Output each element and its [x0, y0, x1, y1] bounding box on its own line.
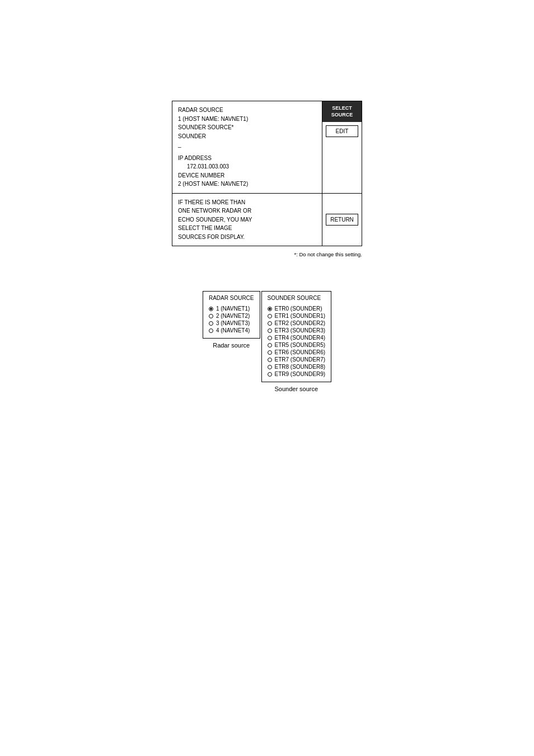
radio-label: ETR1 (SOUNDER1)	[275, 313, 326, 319]
device-number-label: DEVICE NUMBER	[178, 171, 316, 180]
radar-caption: Radar source	[213, 342, 250, 349]
radio-circle-icon	[268, 372, 272, 377]
sounder-radio-item[interactable]: ETR6 (SOUNDER6)	[268, 349, 326, 355]
main-dialog: RADAR SOURCE 1 (HOST NAME: NAVNET1) SOUN…	[172, 101, 362, 246]
sounder-radio-item[interactable]: ETR8 (SOUNDER8)	[268, 364, 326, 370]
sounder-radio-item[interactable]: ETR4 (SOUNDER4)	[268, 335, 326, 341]
sounder-items-container: ETR0 (SOUNDER)ETR1 (SOUNDER1)ETR2 (SOUND…	[268, 306, 326, 377]
radio-circle-icon	[268, 358, 272, 362]
return-button[interactable]: RETURN	[326, 214, 358, 226]
top-right-panel: SELECT SOURCE EDIT	[322, 101, 362, 193]
footnote-area: *: Do not change this setting.	[172, 251, 362, 257]
radio-circle-icon	[209, 314, 213, 318]
sounder-radio-item[interactable]: ETR3 (SOUNDER3)	[268, 327, 326, 334]
sounder-radio-item[interactable]: ETR1 (SOUNDER1)	[268, 313, 326, 319]
radio-label: ETR3 (SOUNDER3)	[275, 327, 326, 334]
radar-radio-item[interactable]: 4 (NAVNET4)	[209, 327, 254, 334]
sounder-value: SOUNDER	[178, 132, 316, 141]
radio-label: 1 (NAVNET1)	[216, 306, 250, 312]
radar-section: RADAR SOURCE 1 (NAVNET1)2 (NAVNET2)3 (NA…	[203, 291, 260, 392]
sounder-radio-item[interactable]: ETR7 (SOUNDER7)	[268, 356, 326, 363]
radio-circle-icon	[209, 328, 213, 333]
radar-source-box: RADAR SOURCE 1 (NAVNET1)2 (NAVNET2)3 (NA…	[203, 291, 260, 339]
sounder-radio-item[interactable]: ETR9 (SOUNDER9)	[268, 371, 326, 377]
sounder-source-box: SOUNDER SOURCE ETR0 (SOUNDER)ETR1 (SOUND…	[261, 291, 332, 382]
sounder-source-label: SOUNDER SOURCE*	[178, 123, 316, 132]
radio-circle-icon	[268, 314, 272, 318]
sounder-source-title: SOUNDER SOURCE	[268, 295, 326, 301]
info-line1: IF THERE IS MORE THAN	[178, 198, 316, 207]
info-line5: SOURCES FOR DISPLAY.	[178, 233, 316, 242]
bottom-row: IF THERE IS MORE THAN ONE NETWORK RADAR …	[172, 194, 362, 246]
ip-address-label: IP ADDRESS	[178, 154, 316, 163]
bottom-left-panel: IF THERE IS MORE THAN ONE NETWORK RADAR …	[172, 194, 322, 246]
ip-address-value: 172.031.003.003	[178, 162, 316, 171]
radio-label: 2 (NAVNET2)	[216, 313, 250, 319]
radar-radio-item[interactable]: 2 (NAVNET2)	[209, 313, 254, 319]
radio-label: ETR9 (SOUNDER9)	[275, 371, 326, 377]
radio-label: 3 (NAVNET3)	[216, 320, 250, 326]
radio-circle-icon	[268, 343, 272, 348]
radio-circle-icon	[209, 321, 213, 326]
sounder-radio-item[interactable]: ETR2 (SOUNDER2)	[268, 320, 326, 326]
radio-circle-icon	[268, 350, 272, 355]
radar-radio-item[interactable]: 3 (NAVNET3)	[209, 320, 254, 326]
page-wrapper: RADAR SOURCE 1 (HOST NAME: NAVNET1) SOUN…	[0, 0, 534, 756]
top-row: RADAR SOURCE 1 (HOST NAME: NAVNET1) SOUN…	[172, 101, 362, 194]
radar-items-container: 1 (NAVNET1)2 (NAVNET2)3 (NAVNET3)4 (NAVN…	[209, 306, 254, 334]
radio-circle-icon	[268, 336, 272, 340]
sounder-radio-item[interactable]: ETR5 (SOUNDER5)	[268, 342, 326, 348]
radio-circle-icon	[268, 307, 272, 311]
select-source-button[interactable]: SELECT SOURCE	[322, 101, 362, 122]
radio-label: ETR6 (SOUNDER6)	[275, 349, 326, 355]
radar-source-label: RADAR SOURCE	[178, 106, 316, 115]
bottom-right-panel: RETURN	[322, 194, 362, 246]
cursor-line: _	[178, 140, 316, 149]
radio-label: ETR0 (SOUNDER)	[275, 306, 322, 312]
sounder-section: SOUNDER SOURCE ETR0 (SOUNDER)ETR1 (SOUND…	[261, 291, 332, 392]
radar-source-title: RADAR SOURCE	[209, 295, 254, 301]
info-line4: SELECT THE IMAGE	[178, 224, 316, 233]
radio-circle-icon	[209, 307, 213, 311]
sounder-caption: Sounder source	[274, 386, 318, 392]
top-left-panel: RADAR SOURCE 1 (HOST NAME: NAVNET1) SOUN…	[172, 101, 322, 193]
device-number-value: 2 (HOST NAME: NAVNET2)	[178, 180, 316, 189]
edit-button[interactable]: EDIT	[326, 125, 358, 137]
radio-circle-icon	[268, 365, 272, 369]
radio-label: ETR5 (SOUNDER5)	[275, 342, 326, 348]
footnote-text: *: Do not change this setting.	[294, 251, 362, 257]
radio-label: ETR7 (SOUNDER7)	[275, 356, 326, 363]
radio-label: ETR4 (SOUNDER4)	[275, 335, 326, 341]
radar-source-value: 1 (HOST NAME: NAVNET1)	[178, 115, 316, 124]
radar-radio-item[interactable]: 1 (NAVNET1)	[209, 306, 254, 312]
radio-label: ETR2 (SOUNDER2)	[275, 320, 326, 326]
sounder-radio-item[interactable]: ETR0 (SOUNDER)	[268, 306, 326, 312]
info-line3: ECHO SOUNDER, YOU MAY	[178, 215, 316, 224]
top-diagram-area: RADAR SOURCE 1 (HOST NAME: NAVNET1) SOUN…	[11, 101, 523, 257]
radio-label: ETR8 (SOUNDER8)	[275, 364, 326, 370]
radio-label: 4 (NAVNET4)	[216, 327, 250, 334]
radio-circle-icon	[268, 328, 272, 333]
radio-circle-icon	[268, 321, 272, 326]
info-line2: ONE NETWORK RADAR OR	[178, 206, 316, 215]
radio-section: RADAR SOURCE 1 (NAVNET1)2 (NAVNET2)3 (NA…	[11, 291, 523, 392]
